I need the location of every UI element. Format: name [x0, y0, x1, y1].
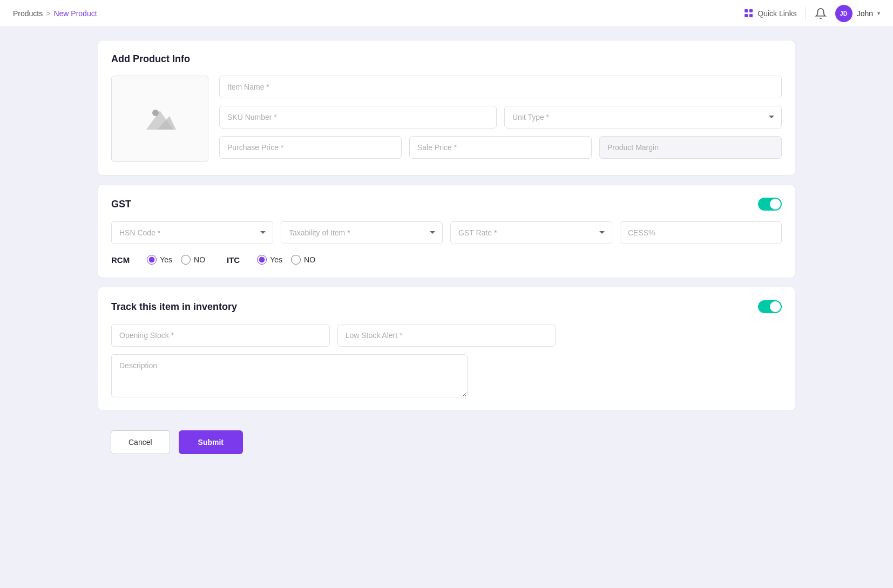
gst-header: GST — [111, 198, 782, 211]
rcm-yes-label[interactable]: Yes — [147, 255, 172, 265]
breadcrumb-current: New Product — [53, 9, 97, 18]
gst-toggle[interactable] — [758, 198, 782, 211]
product-form-fields: Unit Type * — [219, 76, 782, 162]
itc-group: ITC Yes NO — [227, 255, 315, 265]
gst-fields-row: HSN Code * Taxability of Item * GST Rate… — [111, 221, 782, 244]
breadcrumb-parent[interactable]: Products — [13, 9, 43, 18]
itc-label: ITC — [227, 255, 240, 265]
sku-unit-row: Unit Type * — [219, 106, 782, 129]
chevron-down-icon: ▾ — [877, 10, 880, 16]
header-right: Quick Links JD John ▾ — [745, 5, 880, 22]
product-info-grid: Unit Type * — [111, 76, 782, 162]
notification-bell-icon[interactable] — [815, 8, 827, 19]
itc-no-label[interactable]: NO — [291, 255, 315, 265]
image-upload-area[interactable] — [111, 76, 208, 162]
description-textarea[interactable] — [111, 354, 468, 397]
grid-icon — [745, 9, 753, 18]
header-divider — [806, 7, 806, 20]
itc-no-radio[interactable] — [291, 255, 301, 265]
itc-yes-text: Yes — [270, 255, 282, 264]
itc-no-text: NO — [304, 255, 315, 264]
product-info-card: Add Product Info — [98, 40, 795, 175]
item-name-input[interactable] — [219, 76, 782, 98]
mountain-placeholder-icon — [144, 105, 176, 132]
inventory-header: Track this item in inventory — [111, 300, 782, 313]
rcm-no-text: NO — [194, 255, 205, 264]
unit-type-select[interactable]: Unit Type * — [504, 106, 782, 129]
breadcrumb: Products > New Product — [13, 9, 97, 18]
rcm-itc-row: RCM Yes NO ITC Yes NO — [111, 255, 782, 265]
stock-row — [111, 324, 782, 347]
rcm-group: RCM Yes NO — [111, 255, 205, 265]
app-header: Products > New Product Quick Links JD Jo… — [0, 0, 893, 27]
quick-links-button[interactable]: Quick Links — [745, 9, 796, 18]
submit-button[interactable]: Submit — [179, 430, 243, 454]
inventory-toggle[interactable] — [758, 300, 782, 313]
cancel-button[interactable]: Cancel — [111, 430, 170, 454]
price-row — [219, 136, 782, 159]
footer-actions: Cancel Submit — [98, 420, 795, 465]
rcm-label: RCM — [111, 255, 130, 265]
main-content: Add Product Info — [85, 27, 808, 478]
sale-price-input[interactable] — [409, 136, 592, 159]
inventory-fields — [111, 324, 782, 397]
rcm-no-radio[interactable] — [181, 255, 191, 265]
itc-yes-radio[interactable] — [257, 255, 267, 265]
product-margin-input — [599, 136, 782, 159]
item-name-row — [219, 76, 782, 98]
opening-stock-input[interactable] — [111, 324, 330, 347]
user-name: John — [857, 9, 873, 18]
gst-rate-select[interactable]: GST Rate * — [450, 221, 612, 244]
cess-input[interactable] — [620, 221, 782, 244]
rcm-yes-radio[interactable] — [147, 255, 157, 265]
purchase-price-input[interactable] — [219, 136, 402, 159]
quick-links-label: Quick Links — [757, 9, 796, 18]
low-stock-alert-input[interactable] — [337, 324, 556, 347]
breadcrumb-separator: > — [46, 9, 50, 18]
gst-card: GST HSN Code * Taxability of Item * GST … — [98, 184, 795, 278]
inventory-title: Track this item in inventory — [111, 301, 237, 313]
sku-input[interactable] — [219, 106, 497, 129]
inventory-card: Track this item in inventory — [98, 287, 795, 411]
user-info[interactable]: JD John ▾ — [835, 5, 880, 22]
gst-title: GST — [111, 199, 131, 210]
product-info-title: Add Product Info — [111, 53, 782, 65]
avatar: JD — [835, 5, 853, 22]
image-placeholder — [144, 105, 176, 132]
rcm-yes-text: Yes — [160, 255, 172, 264]
hsn-code-select[interactable]: HSN Code * — [111, 221, 273, 244]
rcm-no-label[interactable]: NO — [181, 255, 205, 265]
itc-yes-label[interactable]: Yes — [257, 255, 282, 265]
taxability-select[interactable]: Taxability of Item * — [281, 221, 443, 244]
